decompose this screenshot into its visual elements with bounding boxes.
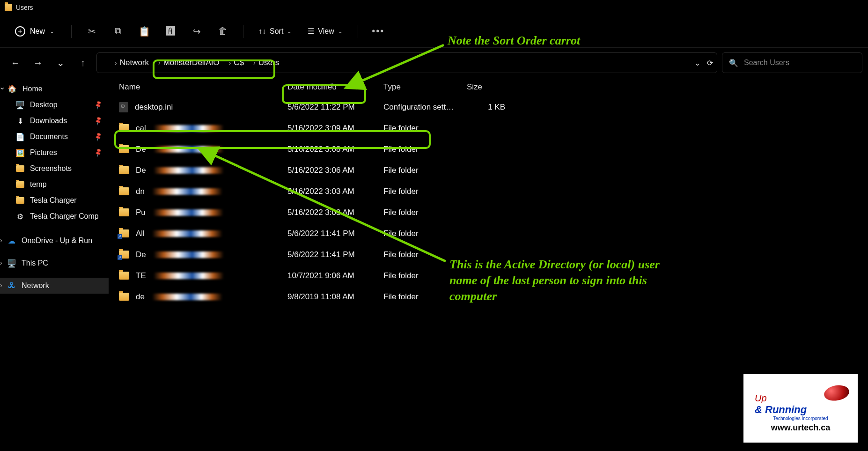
back-button[interactable]: ← xyxy=(7,54,24,72)
row-type: File folder xyxy=(383,145,463,154)
new-label: New xyxy=(30,27,45,36)
col-date[interactable]: ⌄ Date modified xyxy=(287,82,383,92)
redacted-blur xyxy=(154,251,224,258)
table-row[interactable]: Pu5/16/2022 3:03 AMFile folder xyxy=(109,202,868,223)
window-title: Users xyxy=(16,4,33,11)
delete-icon[interactable]: 🗑 xyxy=(214,22,232,40)
row-name: TE xyxy=(136,271,146,281)
table-row[interactable]: dn5/16/2022 3:03 AMFile folder xyxy=(109,181,868,202)
separator xyxy=(358,25,358,38)
pin-icon: 📌 xyxy=(93,148,103,158)
sidebar-folder[interactable]: Tesla Charger xyxy=(0,192,109,208)
crumb-host[interactable]: MonsterDellAIO› xyxy=(163,58,231,67)
refresh-icon[interactable]: ⟳ xyxy=(707,59,713,67)
sidebar-desktop[interactable]: 🖥️ Desktop📌 xyxy=(0,97,109,113)
sidebar-network[interactable]: 🖧 Network xyxy=(0,278,109,294)
view-icon: ☰ xyxy=(308,27,314,36)
up-button[interactable]: ↑ xyxy=(74,54,92,72)
document-icon: 📄 xyxy=(16,133,24,141)
folder-icon xyxy=(16,181,24,188)
table-row[interactable]: All5/6/2022 11:41 PMFile folder xyxy=(109,223,868,244)
breadcrumb-bar[interactable]: › Network› MonsterDellAIO› C$› Users ⌄ ⟳ xyxy=(96,52,717,73)
row-type: Configuration sett… xyxy=(383,103,463,112)
row-date: 5/16/2022 3:03 AM xyxy=(287,208,383,217)
mouse-icon xyxy=(823,384,851,403)
row-type: File folder xyxy=(383,208,463,217)
table-row[interactable]: De5/16/2022 3:06 AMFile folder xyxy=(109,160,868,181)
view-button[interactable]: ☰ View ⌄ xyxy=(304,24,346,38)
folder-icon xyxy=(119,187,129,195)
sort-icon: ↑↓ xyxy=(258,27,266,36)
row-name: De xyxy=(136,166,146,175)
pc-icon: 🖥️ xyxy=(7,259,16,267)
row-date: 5/6/2022 11:22 PM xyxy=(287,103,383,112)
new-button[interactable]: + New ⌄ xyxy=(9,23,60,39)
redacted-blur xyxy=(152,230,222,237)
sidebar-home[interactable]: 🏠 Home xyxy=(0,81,109,97)
sidebar-folder[interactable]: Screenshots xyxy=(0,161,109,177)
col-size[interactable]: Size xyxy=(463,82,519,92)
table-row[interactable]: desktop.ini5/6/2022 11:22 PMConfiguratio… xyxy=(109,96,868,118)
share-icon[interactable]: ↪ xyxy=(188,22,206,40)
cut-icon[interactable]: ✂ xyxy=(83,22,101,40)
desktop-icon: 🖥️ xyxy=(16,101,24,109)
folder-icon xyxy=(119,229,129,237)
search-input[interactable]: 🔍 Search Users xyxy=(722,52,862,73)
sort-button[interactable]: ↑↓ Sort ⌄ xyxy=(255,24,295,38)
annotation-text-bottom: This is the Active Directory (or local) … xyxy=(449,257,674,304)
row-date: 9/8/2019 11:08 AM xyxy=(287,292,383,302)
sidebar-downloads[interactable]: ⬇ Downloads📌 xyxy=(0,113,109,129)
sidebar-folder[interactable]: temp xyxy=(0,177,109,192)
row-name: desktop.ini xyxy=(135,103,173,112)
pictures-icon: 🖼️ xyxy=(16,148,24,157)
more-button[interactable]: ••• xyxy=(369,22,387,40)
sort-caret-icon: ⌄ xyxy=(330,80,334,86)
row-size: 1 KB xyxy=(463,103,519,112)
sidebar-folder[interactable]: ⚙ Tesla Charger Comp xyxy=(0,208,109,224)
row-type: File folder xyxy=(383,124,463,133)
sidebar-onedrive[interactable]: ☁ OneDrive - Up & Run xyxy=(0,233,109,249)
sidebar-pictures[interactable]: 🖼️ Pictures📌 xyxy=(0,145,109,161)
search-icon: 🔍 xyxy=(729,59,738,67)
copy-icon[interactable]: ⧉ xyxy=(109,22,127,40)
crumb-network[interactable]: Network› xyxy=(120,58,161,67)
folder-icon xyxy=(103,59,112,67)
paste-icon[interactable]: 📋 xyxy=(135,22,153,40)
network-icon: 🖧 xyxy=(7,281,16,290)
row-date: 10/7/2021 9:06 AM xyxy=(287,271,383,281)
row-name: de xyxy=(136,292,145,302)
view-label: View xyxy=(318,27,334,36)
history-chevron-icon[interactable]: ⌄ xyxy=(694,59,700,67)
row-type: File folder xyxy=(383,166,463,175)
folder-icon xyxy=(16,197,24,204)
forward-button[interactable]: → xyxy=(29,54,47,72)
crumb-users[interactable]: Users xyxy=(258,58,279,67)
recent-button[interactable]: ⌄ xyxy=(51,54,69,72)
row-date: 5/16/2022 3:06 AM xyxy=(287,166,383,175)
file-icon xyxy=(119,102,128,112)
table-row[interactable]: cal5/16/2022 3:09 AMFile folder xyxy=(109,118,868,139)
row-date: 5/6/2022 11:41 PM xyxy=(287,250,383,259)
chevron-down-icon: ⌄ xyxy=(287,28,292,35)
redacted-blur xyxy=(154,167,224,174)
column-headers: Name ⌄ Date modified Type Size xyxy=(109,78,868,96)
folder-icon xyxy=(119,208,129,216)
redacted-blur xyxy=(153,209,223,216)
sort-label: Sort xyxy=(270,27,283,36)
row-type: File folder xyxy=(383,187,463,196)
rename-icon[interactable]: 🅰 xyxy=(162,22,179,40)
chevron-down-icon: ⌄ xyxy=(338,28,343,35)
redacted-blur xyxy=(152,188,222,195)
sidebar-documents[interactable]: 📄 Documents📌 xyxy=(0,129,109,145)
crumb-drive[interactable]: C$› xyxy=(234,58,255,67)
table-row[interactable]: De5/16/2022 3:08 AMFile folder xyxy=(109,139,868,160)
sidebar-thispc[interactable]: 🖥️ This PC xyxy=(0,255,109,271)
sidebar: 🏠 Home 🖥️ Desktop📌 ⬇ Downloads📌 📄 Docume… xyxy=(0,78,109,451)
col-type[interactable]: Type xyxy=(383,82,463,92)
row-type: File folder xyxy=(383,229,463,238)
col-name[interactable]: Name xyxy=(119,82,287,92)
row-date: 5/16/2022 3:08 AM xyxy=(287,145,383,154)
toolbar: + New ⌄ ✂ ⧉ 📋 🅰 ↪ 🗑 ↑↓ Sort ⌄ ☰ View ⌄ •… xyxy=(0,15,868,48)
folder-icon xyxy=(119,251,129,259)
folder-icon xyxy=(119,272,129,280)
